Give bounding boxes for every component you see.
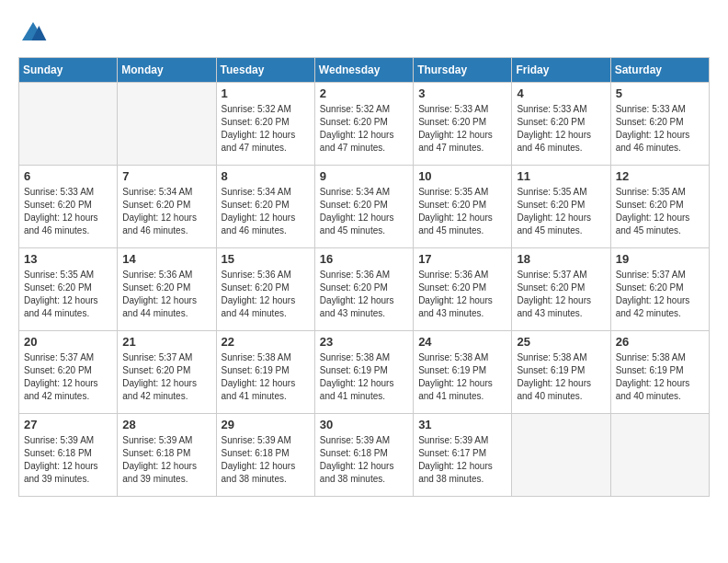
day-number: 23 [320,335,408,349]
day-info: Sunrise: 5:35 AM Sunset: 6:20 PM Dayligh… [517,186,605,237]
day-info: Sunrise: 5:39 AM Sunset: 6:18 PM Dayligh… [320,434,408,486]
calendar-cell: 23Sunrise: 5:38 AM Sunset: 6:19 PM Dayli… [314,331,413,414]
day-info: Sunrise: 5:36 AM Sunset: 6:20 PM Dayligh… [222,269,310,320]
column-header-thursday: Thursday [414,58,512,83]
calendar-cell: 9Sunrise: 5:34 AM Sunset: 6:20 PM Daylig… [314,166,413,248]
calendar-cell: 30Sunrise: 5:39 AM Sunset: 6:18 PM Dayli… [314,414,413,497]
day-number: 11 [517,169,605,183]
day-number: 19 [616,252,704,266]
day-info: Sunrise: 5:39 AM Sunset: 6:18 PM Dayligh… [222,434,310,486]
calendar-cell: 16Sunrise: 5:36 AM Sunset: 6:20 PM Dayli… [314,248,413,331]
day-number: 7 [122,169,210,183]
day-info: Sunrise: 5:39 AM Sunset: 6:18 PM Dayligh… [24,434,112,486]
day-number: 8 [222,169,310,183]
day-info: Sunrise: 5:33 AM Sunset: 6:20 PM Dayligh… [24,186,112,237]
column-header-wednesday: Wednesday [314,58,413,83]
day-info: Sunrise: 5:35 AM Sunset: 6:20 PM Dayligh… [418,186,506,237]
day-number: 18 [517,252,605,266]
day-number: 10 [418,169,506,183]
calendar-cell: 28Sunrise: 5:39 AM Sunset: 6:18 PM Dayli… [118,414,216,497]
calendar-cell: 25Sunrise: 5:38 AM Sunset: 6:19 PM Dayli… [512,331,610,414]
calendar-cell: 20Sunrise: 5:37 AM Sunset: 6:20 PM Dayli… [19,331,118,414]
day-number: 9 [320,169,408,183]
calendar-cell: 11Sunrise: 5:35 AM Sunset: 6:20 PM Dayli… [512,166,610,248]
day-number: 27 [24,418,112,431]
day-info: Sunrise: 5:36 AM Sunset: 6:20 PM Dayligh… [320,269,408,320]
day-info: Sunrise: 5:37 AM Sunset: 6:20 PM Dayligh… [517,269,605,320]
day-info: Sunrise: 5:39 AM Sunset: 6:17 PM Dayligh… [418,434,506,486]
calendar-cell: 24Sunrise: 5:38 AM Sunset: 6:19 PM Dayli… [414,331,512,414]
calendar-cell [19,83,118,166]
day-info: Sunrise: 5:38 AM Sunset: 6:19 PM Dayligh… [320,351,408,403]
day-number: 1 [222,86,310,100]
calendar-header-row: SundayMondayTuesdayWednesdayThursdayFrid… [19,58,710,83]
calendar-cell [512,414,610,497]
logo [18,18,51,48]
day-number: 26 [616,335,704,349]
calendar-week-row: 1Sunrise: 5:32 AM Sunset: 6:20 PM Daylig… [19,83,710,166]
day-number: 4 [517,86,605,100]
calendar-cell: 8Sunrise: 5:34 AM Sunset: 6:20 PM Daylig… [216,166,314,248]
day-info: Sunrise: 5:36 AM Sunset: 6:20 PM Dayligh… [122,269,210,320]
day-info: Sunrise: 5:39 AM Sunset: 6:18 PM Dayligh… [122,434,210,486]
day-info: Sunrise: 5:35 AM Sunset: 6:20 PM Dayligh… [24,269,112,320]
logo-icon [18,18,48,48]
calendar-cell: 31Sunrise: 5:39 AM Sunset: 6:17 PM Dayli… [414,414,512,497]
day-info: Sunrise: 5:37 AM Sunset: 6:20 PM Dayligh… [122,351,210,403]
day-info: Sunrise: 5:37 AM Sunset: 6:20 PM Dayligh… [24,351,112,403]
calendar-cell [118,83,216,166]
calendar-cell: 13Sunrise: 5:35 AM Sunset: 6:20 PM Dayli… [19,248,118,331]
column-header-saturday: Saturday [610,58,709,83]
day-number: 15 [222,252,310,266]
day-number: 6 [24,169,112,183]
calendar-table: SundayMondayTuesdayWednesdayThursdayFrid… [18,57,710,497]
day-info: Sunrise: 5:34 AM Sunset: 6:20 PM Dayligh… [122,186,210,237]
calendar-cell: 29Sunrise: 5:39 AM Sunset: 6:18 PM Dayli… [216,414,314,497]
day-number: 2 [320,86,408,100]
day-number: 21 [122,335,210,349]
calendar-cell: 14Sunrise: 5:36 AM Sunset: 6:20 PM Dayli… [118,248,216,331]
day-info: Sunrise: 5:36 AM Sunset: 6:20 PM Dayligh… [418,269,506,320]
day-number: 16 [320,252,408,266]
calendar-week-row: 20Sunrise: 5:37 AM Sunset: 6:20 PM Dayli… [19,331,710,414]
day-number: 5 [616,86,704,100]
day-number: 14 [122,252,210,266]
day-number: 12 [616,169,704,183]
day-info: Sunrise: 5:33 AM Sunset: 6:20 PM Dayligh… [517,103,605,155]
day-number: 20 [24,335,112,349]
column-header-sunday: Sunday [19,58,118,83]
calendar-cell: 21Sunrise: 5:37 AM Sunset: 6:20 PM Dayli… [118,331,216,414]
day-info: Sunrise: 5:35 AM Sunset: 6:20 PM Dayligh… [616,186,704,237]
calendar-cell: 3Sunrise: 5:33 AM Sunset: 6:20 PM Daylig… [414,83,512,166]
calendar-cell: 1Sunrise: 5:32 AM Sunset: 6:20 PM Daylig… [216,83,314,166]
calendar-cell: 2Sunrise: 5:32 AM Sunset: 6:20 PM Daylig… [314,83,413,166]
day-info: Sunrise: 5:34 AM Sunset: 6:20 PM Dayligh… [320,186,408,237]
day-info: Sunrise: 5:32 AM Sunset: 6:20 PM Dayligh… [222,103,310,155]
calendar-cell: 18Sunrise: 5:37 AM Sunset: 6:20 PM Dayli… [512,248,610,331]
day-info: Sunrise: 5:34 AM Sunset: 6:20 PM Dayligh… [222,186,310,237]
calendar-cell: 19Sunrise: 5:37 AM Sunset: 6:20 PM Dayli… [610,248,709,331]
calendar-cell: 5Sunrise: 5:33 AM Sunset: 6:20 PM Daylig… [610,83,709,166]
column-header-monday: Monday [118,58,216,83]
day-info: Sunrise: 5:37 AM Sunset: 6:20 PM Dayligh… [616,269,704,320]
day-info: Sunrise: 5:38 AM Sunset: 6:19 PM Dayligh… [418,351,506,403]
day-info: Sunrise: 5:38 AM Sunset: 6:19 PM Dayligh… [517,351,605,403]
calendar-cell: 26Sunrise: 5:38 AM Sunset: 6:19 PM Dayli… [610,331,709,414]
calendar-cell: 15Sunrise: 5:36 AM Sunset: 6:20 PM Dayli… [216,248,314,331]
day-number: 29 [222,418,310,431]
calendar-cell: 22Sunrise: 5:38 AM Sunset: 6:19 PM Dayli… [216,331,314,414]
day-number: 24 [418,335,506,349]
day-info: Sunrise: 5:33 AM Sunset: 6:20 PM Dayligh… [616,103,704,155]
calendar-cell: 12Sunrise: 5:35 AM Sunset: 6:20 PM Dayli… [610,166,709,248]
calendar-cell: 17Sunrise: 5:36 AM Sunset: 6:20 PM Dayli… [414,248,512,331]
calendar-week-row: 27Sunrise: 5:39 AM Sunset: 6:18 PM Dayli… [19,414,710,497]
day-number: 3 [418,86,506,100]
day-number: 28 [122,418,210,431]
day-info: Sunrise: 5:38 AM Sunset: 6:19 PM Dayligh… [222,351,310,403]
day-number: 25 [517,335,605,349]
day-info: Sunrise: 5:32 AM Sunset: 6:20 PM Dayligh… [320,103,408,155]
calendar-cell: 10Sunrise: 5:35 AM Sunset: 6:20 PM Dayli… [414,166,512,248]
calendar-cell: 4Sunrise: 5:33 AM Sunset: 6:20 PM Daylig… [512,83,610,166]
day-info: Sunrise: 5:38 AM Sunset: 6:19 PM Dayligh… [616,351,704,403]
column-header-friday: Friday [512,58,610,83]
